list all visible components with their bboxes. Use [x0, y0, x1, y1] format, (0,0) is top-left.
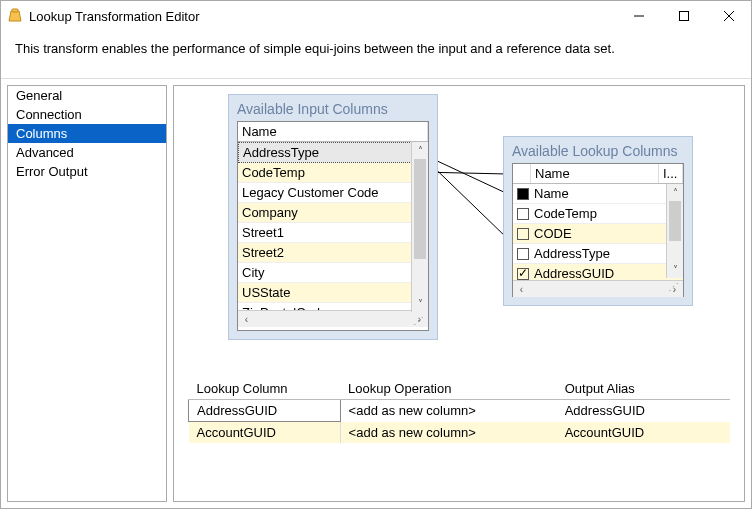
- input-column-list[interactable]: AddressType CodeTemp Legacy Customer Cod…: [238, 142, 428, 310]
- resize-grip-icon[interactable]: ⋰: [668, 281, 682, 295]
- description-text: This transform enables the performance o…: [1, 31, 751, 79]
- lookup-vertical-scrollbar[interactable]: ˄ ˅: [666, 184, 683, 278]
- sidebar-item-columns[interactable]: Columns: [8, 124, 166, 143]
- sidebar-item-label: Error Output: [16, 164, 88, 179]
- lookup-column-list[interactable]: Name CodeTemp CODE AddressType AddressGU…: [513, 184, 683, 280]
- checkbox-icon[interactable]: [517, 188, 529, 200]
- header-lookup-column[interactable]: Lookup Column: [189, 378, 341, 400]
- input-column-row[interactable]: CodeTemp: [238, 163, 428, 183]
- cell-output-alias[interactable]: AddressGUID: [557, 400, 730, 422]
- main-canvas: Available Input Columns Name AddressType…: [173, 85, 745, 502]
- window-title: Lookup Transformation Editor: [29, 9, 616, 24]
- sidebar-item-general[interactable]: General: [8, 86, 166, 105]
- mapping-table: Lookup Column Lookup Operation Output Al…: [188, 378, 730, 443]
- scroll-thumb[interactable]: [414, 159, 426, 259]
- input-panel-header[interactable]: Name: [238, 122, 428, 142]
- scroll-left-icon[interactable]: ‹: [513, 284, 530, 295]
- column-header-name: Name: [531, 164, 659, 183]
- lookup-panel-title: Available Lookup Columns: [504, 137, 692, 163]
- header-lookup-operation[interactable]: Lookup Operation: [340, 378, 557, 400]
- input-column-row[interactable]: AddressType: [238, 142, 428, 163]
- scroll-down-icon[interactable]: ˅: [667, 261, 683, 278]
- mapping-row[interactable]: AccountGUID <add as new column> AccountG…: [189, 422, 731, 444]
- checkbox-icon[interactable]: [517, 248, 529, 260]
- scroll-thumb[interactable]: [669, 201, 681, 241]
- column-header-index: I...: [659, 164, 683, 183]
- input-column-row[interactable]: USState: [238, 283, 428, 303]
- sidebar-item-label: Columns: [16, 126, 67, 141]
- input-horizontal-scrollbar[interactable]: ‹ ›: [238, 310, 428, 327]
- lookup-column-row[interactable]: Name: [513, 184, 683, 204]
- svg-rect-2: [679, 12, 688, 21]
- checkbox-icon[interactable]: [517, 268, 529, 280]
- input-column-row[interactable]: Street2: [238, 243, 428, 263]
- lookup-panel-header[interactable]: Name I...: [513, 164, 683, 184]
- scroll-down-icon[interactable]: ˅: [412, 295, 428, 312]
- cell-lookup-column[interactable]: AddressGUID: [189, 400, 341, 422]
- mapping-row[interactable]: AddressGUID <add as new column> AddressG…: [189, 400, 731, 422]
- category-sidebar: General Connection Columns Advanced Erro…: [7, 85, 167, 502]
- scroll-up-icon[interactable]: ˄: [667, 184, 683, 201]
- sidebar-item-connection[interactable]: Connection: [8, 105, 166, 124]
- checkbox-icon[interactable]: [517, 208, 529, 220]
- lookup-column-row[interactable]: CodeTemp: [513, 204, 683, 224]
- column-header-name: Name: [238, 122, 428, 141]
- sidebar-item-advanced[interactable]: Advanced: [8, 143, 166, 162]
- editor-window: Lookup Transformation Editor This transf…: [0, 0, 752, 509]
- lookup-horizontal-scrollbar[interactable]: ‹ ›: [513, 280, 683, 297]
- cell-lookup-operation[interactable]: <add as new column>: [340, 422, 557, 444]
- sidebar-item-error-output[interactable]: Error Output: [8, 162, 166, 181]
- input-column-row[interactable]: Legacy Customer Code: [238, 183, 428, 203]
- sidebar-item-label: Advanced: [16, 145, 74, 160]
- input-panel-title: Available Input Columns: [229, 95, 437, 121]
- input-columns-panel: Available Input Columns Name AddressType…: [228, 94, 438, 340]
- scroll-left-icon[interactable]: ‹: [238, 314, 255, 325]
- cell-lookup-column[interactable]: AccountGUID: [189, 422, 341, 444]
- checkbox-icon[interactable]: [517, 228, 529, 240]
- minimize-button[interactable]: [616, 1, 661, 31]
- window-controls: [616, 1, 751, 31]
- lookup-column-row[interactable]: CODE: [513, 224, 683, 244]
- sidebar-item-label: General: [16, 88, 62, 103]
- app-icon: [7, 8, 23, 24]
- lookup-column-row[interactable]: AddressType: [513, 244, 683, 264]
- input-vertical-scrollbar[interactable]: ˄ ˅: [411, 142, 428, 312]
- cell-output-alias[interactable]: AccountGUID: [557, 422, 730, 444]
- editor-body: General Connection Columns Advanced Erro…: [1, 79, 751, 502]
- close-button[interactable]: [706, 1, 751, 31]
- lookup-columns-panel: Available Lookup Columns Name I... Name …: [503, 136, 693, 306]
- header-output-alias[interactable]: Output Alias: [557, 378, 730, 400]
- input-column-row[interactable]: Street1: [238, 223, 428, 243]
- input-column-row[interactable]: City: [238, 263, 428, 283]
- input-column-row[interactable]: Company: [238, 203, 428, 223]
- cell-lookup-operation[interactable]: <add as new column>: [340, 400, 557, 422]
- input-column-row[interactable]: ZipPostalCode: [238, 303, 428, 310]
- column-panels: Available Input Columns Name AddressType…: [188, 94, 730, 364]
- svg-rect-0: [12, 9, 18, 12]
- resize-grip-icon[interactable]: ⋰: [413, 315, 427, 329]
- scroll-up-icon[interactable]: ˄: [412, 142, 428, 159]
- titlebar: Lookup Transformation Editor: [1, 1, 751, 31]
- sidebar-item-label: Connection: [16, 107, 82, 122]
- maximize-button[interactable]: [661, 1, 706, 31]
- lookup-column-row[interactable]: AddressGUID: [513, 264, 683, 280]
